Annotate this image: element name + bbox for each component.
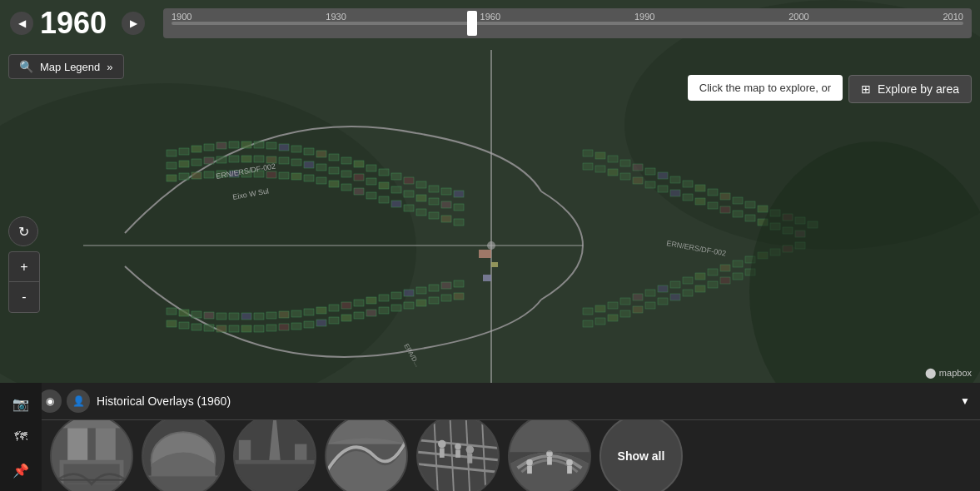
grid-icon: ⊞ xyxy=(861,82,871,96)
side-icon-bar: 📷 🗺 📌 xyxy=(0,383,42,491)
svg-rect-165 xyxy=(620,298,630,305)
svg-rect-25 xyxy=(416,181,426,188)
svg-rect-244 xyxy=(567,465,572,474)
person-icon: 👤 xyxy=(72,395,85,407)
svg-rect-169 xyxy=(670,281,680,288)
year-label-1900: 1900 xyxy=(172,12,192,22)
prev-year-button[interactable]: ◀ xyxy=(10,12,33,35)
rotate-map-button[interactable]: ↻ xyxy=(8,216,38,246)
svg-rect-73 xyxy=(416,209,426,216)
svg-rect-189 xyxy=(695,285,705,292)
overlay-dropdown[interactable]: ▼ xyxy=(960,395,970,407)
svg-rect-171 xyxy=(695,273,705,280)
svg-rect-180 xyxy=(583,320,593,327)
pin-icon[interactable]: 📌 xyxy=(9,459,32,482)
svg-rect-51 xyxy=(441,201,451,208)
photo-2[interactable] xyxy=(142,420,225,491)
svg-rect-199 xyxy=(479,250,491,258)
svg-rect-116 xyxy=(354,312,364,319)
year-display: 1960 xyxy=(40,6,115,41)
svg-rect-40 xyxy=(304,161,314,168)
photo-1[interactable] xyxy=(50,420,133,491)
photo-6[interactable] xyxy=(508,420,591,491)
svg-rect-77 xyxy=(167,308,177,315)
svg-point-198 xyxy=(487,241,495,250)
timeline-bar[interactable]: 1900 1930 1960 1990 2000 2010 xyxy=(163,8,972,38)
svg-rect-7 xyxy=(192,146,201,152)
svg-rect-125 xyxy=(583,150,593,156)
svg-rect-110 xyxy=(279,324,289,330)
svg-rect-128 xyxy=(620,160,630,166)
svg-rect-108 xyxy=(254,325,264,332)
svg-rect-96 xyxy=(404,290,414,296)
svg-rect-130 xyxy=(645,168,655,175)
timeline-labels: 1900 1930 1960 1990 2000 2010 xyxy=(172,12,963,22)
svg-rect-91 xyxy=(341,302,351,309)
svg-rect-93 xyxy=(366,297,376,304)
svg-rect-65 xyxy=(316,177,326,184)
timeline-handle[interactable] xyxy=(467,11,477,36)
svg-rect-155 xyxy=(720,206,730,213)
svg-rect-35 xyxy=(241,156,251,162)
svg-point-234 xyxy=(466,445,475,454)
zoom-out-button[interactable]: - xyxy=(9,282,39,312)
svg-rect-42 xyxy=(329,167,339,174)
svg-rect-101 xyxy=(167,320,177,327)
svg-rect-41 xyxy=(316,164,326,171)
map-icon[interactable]: 🗺 xyxy=(9,425,32,449)
svg-rect-111 xyxy=(291,323,301,330)
svg-rect-47 xyxy=(391,186,401,193)
explore-by-area-button[interactable]: ⊞ Explore by area xyxy=(848,75,972,103)
map-legend-button[interactable]: 🔍 Map Legend » xyxy=(8,54,124,79)
svg-rect-53 xyxy=(167,175,177,181)
svg-rect-48 xyxy=(404,191,414,197)
svg-rect-109 xyxy=(266,325,276,331)
photo-3[interactable] xyxy=(233,420,316,491)
svg-rect-19 xyxy=(341,157,351,164)
svg-rect-81 xyxy=(216,313,226,320)
svg-rect-126 xyxy=(595,152,605,159)
show-all-button[interactable]: Show all xyxy=(599,420,683,491)
overlay-header: ⊞ ◉ 👤 Historical Overlays (1960) ▼ xyxy=(0,383,980,420)
svg-rect-88 xyxy=(304,309,314,315)
next-year-button[interactable]: ▶ xyxy=(122,12,145,35)
svg-rect-237 xyxy=(455,449,460,458)
svg-rect-163 xyxy=(595,305,605,312)
svg-rect-138 xyxy=(745,201,755,208)
svg-rect-121 xyxy=(416,300,426,306)
svg-rect-72 xyxy=(404,205,414,211)
year-label-1960: 1960 xyxy=(480,12,500,22)
svg-point-243 xyxy=(566,459,573,465)
svg-rect-145 xyxy=(595,166,605,172)
svg-rect-36 xyxy=(254,156,264,162)
svg-rect-156 xyxy=(733,211,743,217)
svg-rect-63 xyxy=(291,173,301,180)
svg-rect-29 xyxy=(167,162,177,169)
svg-rect-188 xyxy=(683,290,693,296)
overlay-icon-3[interactable]: 👤 xyxy=(67,389,90,413)
svg-rect-162 xyxy=(583,308,593,315)
zoom-in-button[interactable]: + xyxy=(9,252,39,282)
svg-rect-136 xyxy=(720,193,730,200)
svg-rect-90 xyxy=(329,305,339,311)
svg-rect-45 xyxy=(366,178,376,185)
svg-rect-132 xyxy=(670,176,680,183)
svg-rect-15 xyxy=(291,146,301,152)
svg-rect-64 xyxy=(304,175,314,181)
overlay-icon-2[interactable]: ◉ xyxy=(38,389,62,413)
svg-rect-78 xyxy=(179,310,189,316)
svg-rect-221 xyxy=(295,444,306,459)
svg-rect-11 xyxy=(241,141,251,148)
svg-rect-39 xyxy=(291,159,301,166)
overlay-title: Historical Overlays (1960) xyxy=(97,394,953,408)
camera-icon[interactable]: 📷 xyxy=(9,392,32,415)
svg-rect-13 xyxy=(266,142,276,149)
svg-rect-124 xyxy=(454,293,464,300)
svg-rect-166 xyxy=(633,294,643,300)
timeline-track[interactable] xyxy=(172,22,963,25)
photo-4[interactable] xyxy=(325,420,408,491)
svg-rect-97 xyxy=(416,287,426,294)
photo-5[interactable] xyxy=(416,420,500,491)
rotate-icon: ↻ xyxy=(18,224,29,240)
svg-rect-105 xyxy=(216,325,226,332)
